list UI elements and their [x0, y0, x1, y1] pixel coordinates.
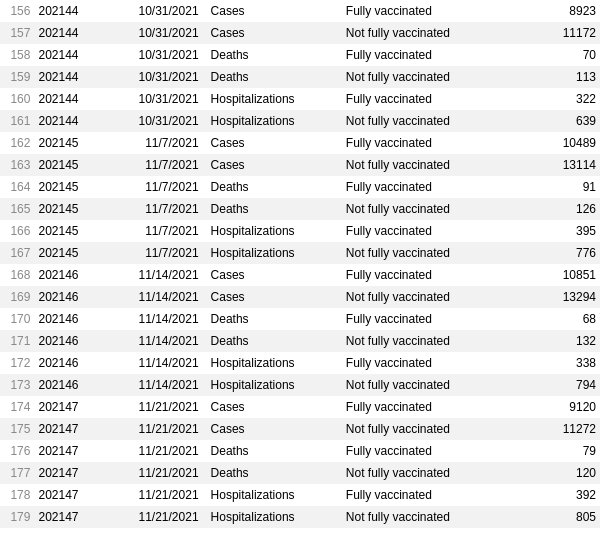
cell-value: 395: [526, 220, 600, 242]
cell-id: 202144: [34, 66, 108, 88]
table-row: 158 202144 10/31/2021 Deaths Fully vacci…: [0, 44, 600, 66]
row-number: 176: [0, 440, 34, 462]
table-row: 179 202147 11/21/2021 Hospitalizations N…: [0, 506, 600, 528]
row-number: 171: [0, 330, 34, 352]
cell-date: 11/21/2021: [108, 396, 206, 418]
table-row: 174 202147 11/21/2021 Cases Fully vaccin…: [0, 396, 600, 418]
cell-vaccination-status: Not fully vaccinated: [342, 198, 526, 220]
cell-id: 202146: [34, 308, 108, 330]
cell-id: 202144: [34, 110, 108, 132]
cell-date: 10/31/2021: [108, 44, 206, 66]
cell-date: 11/21/2021: [108, 440, 206, 462]
cell-id: 202147: [34, 484, 108, 506]
cell-type: Deaths: [207, 462, 342, 484]
table-row: 164 202145 11/7/2021 Deaths Fully vaccin…: [0, 176, 600, 198]
cell-type: Cases: [207, 286, 342, 308]
table-row: 156 202144 10/31/2021 Cases Fully vaccin…: [0, 0, 600, 22]
table-row: 163 202145 11/7/2021 Cases Not fully vac…: [0, 154, 600, 176]
cell-vaccination-status: Not fully vaccinated: [342, 418, 526, 440]
row-number: 177: [0, 462, 34, 484]
cell-id: 202145: [34, 154, 108, 176]
cell-date: 11/21/2021: [108, 418, 206, 440]
cell-type: Deaths: [207, 440, 342, 462]
cell-vaccination-status: Fully vaccinated: [342, 176, 526, 198]
cell-vaccination-status: Fully vaccinated: [342, 220, 526, 242]
cell-value: 10489: [526, 132, 600, 154]
table-row: 167 202145 11/7/2021 Hospitalizations No…: [0, 242, 600, 264]
cell-id: 202146: [34, 330, 108, 352]
row-number: 174: [0, 396, 34, 418]
cell-value: 70: [526, 44, 600, 66]
cell-type: Deaths: [207, 66, 342, 88]
cell-vaccination-status: Fully vaccinated: [342, 308, 526, 330]
table-row: 169 202146 11/14/2021 Cases Not fully va…: [0, 286, 600, 308]
cell-value: 8923: [526, 0, 600, 22]
row-number: 164: [0, 176, 34, 198]
row-number: 157: [0, 22, 34, 44]
cell-vaccination-status: Fully vaccinated: [342, 264, 526, 286]
cell-vaccination-status: Not fully vaccinated: [342, 66, 526, 88]
table-row: 171 202146 11/14/2021 Deaths Not fully v…: [0, 330, 600, 352]
cell-vaccination-status: Fully vaccinated: [342, 484, 526, 506]
cell-type: Hospitalizations: [207, 88, 342, 110]
cell-vaccination-status: Not fully vaccinated: [342, 506, 526, 528]
row-number: 166: [0, 220, 34, 242]
cell-date: 11/7/2021: [108, 176, 206, 198]
table-row: 172 202146 11/14/2021 Hospitalizations F…: [0, 352, 600, 374]
cell-date: 11/14/2021: [108, 352, 206, 374]
table-row: 166 202145 11/7/2021 Hospitalizations Fu…: [0, 220, 600, 242]
row-number: 165: [0, 198, 34, 220]
cell-value: 113: [526, 66, 600, 88]
row-number: 168: [0, 264, 34, 286]
row-number: 162: [0, 132, 34, 154]
cell-vaccination-status: Fully vaccinated: [342, 132, 526, 154]
row-number: 159: [0, 66, 34, 88]
cell-value: 13114: [526, 154, 600, 176]
cell-value: 91: [526, 176, 600, 198]
row-number: 161: [0, 110, 34, 132]
cell-value: 126: [526, 198, 600, 220]
cell-vaccination-status: Fully vaccinated: [342, 44, 526, 66]
cell-value: 13294: [526, 286, 600, 308]
row-number: 156: [0, 0, 34, 22]
cell-value: 68: [526, 308, 600, 330]
cell-date: 11/14/2021: [108, 330, 206, 352]
cell-type: Cases: [207, 0, 342, 22]
table-row: 162 202145 11/7/2021 Cases Fully vaccina…: [0, 132, 600, 154]
cell-vaccination-status: Fully vaccinated: [342, 396, 526, 418]
cell-vaccination-status: Not fully vaccinated: [342, 374, 526, 396]
cell-vaccination-status: Not fully vaccinated: [342, 242, 526, 264]
cell-vaccination-status: Fully vaccinated: [342, 352, 526, 374]
cell-type: Deaths: [207, 198, 342, 220]
cell-id: 202145: [34, 242, 108, 264]
cell-date: 11/14/2021: [108, 286, 206, 308]
cell-date: 10/31/2021: [108, 0, 206, 22]
cell-id: 202144: [34, 0, 108, 22]
cell-id: 202147: [34, 418, 108, 440]
cell-type: Hospitalizations: [207, 220, 342, 242]
cell-value: 639: [526, 110, 600, 132]
cell-value: 338: [526, 352, 600, 374]
cell-type: Deaths: [207, 308, 342, 330]
row-number: 173: [0, 374, 34, 396]
cell-type: Hospitalizations: [207, 374, 342, 396]
cell-date: 11/14/2021: [108, 374, 206, 396]
table-row: 173 202146 11/14/2021 Hospitalizations N…: [0, 374, 600, 396]
cell-value: 11272: [526, 418, 600, 440]
cell-type: Cases: [207, 396, 342, 418]
table-row: 160 202144 10/31/2021 Hospitalizations F…: [0, 88, 600, 110]
row-number: 172: [0, 352, 34, 374]
row-number: 175: [0, 418, 34, 440]
cell-date: 11/21/2021: [108, 462, 206, 484]
cell-vaccination-status: Not fully vaccinated: [342, 22, 526, 44]
data-table: 156 202144 10/31/2021 Cases Fully vaccin…: [0, 0, 600, 528]
cell-vaccination-status: Not fully vaccinated: [342, 110, 526, 132]
cell-date: 11/7/2021: [108, 220, 206, 242]
cell-date: 11/14/2021: [108, 264, 206, 286]
cell-value: 322: [526, 88, 600, 110]
cell-vaccination-status: Not fully vaccinated: [342, 462, 526, 484]
cell-id: 202146: [34, 286, 108, 308]
cell-type: Cases: [207, 22, 342, 44]
cell-vaccination-status: Not fully vaccinated: [342, 330, 526, 352]
cell-date: 10/31/2021: [108, 22, 206, 44]
